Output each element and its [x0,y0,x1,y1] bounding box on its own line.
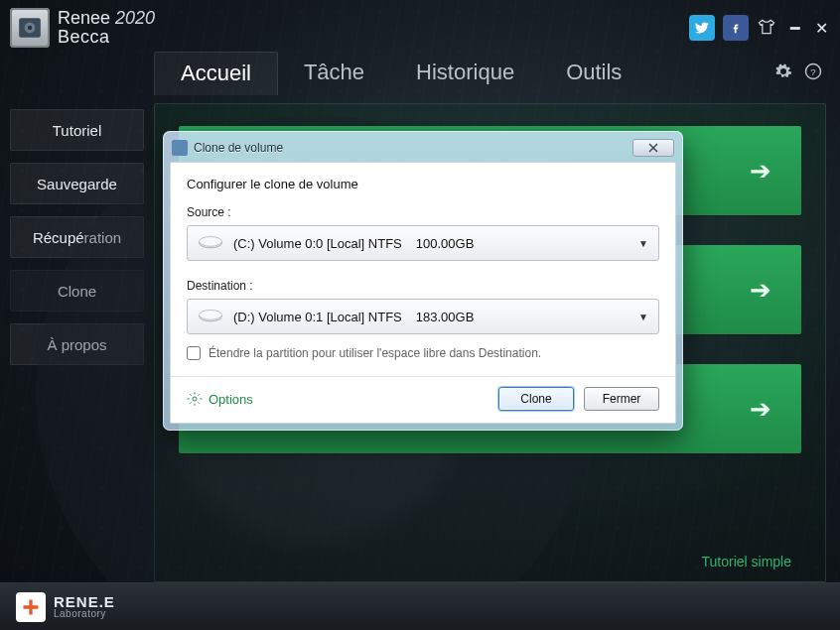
dest-dropdown[interactable]: (D:) Volume 0:1 [Local] NTFS 183.00GB ▼ [187,299,659,334]
brand-name: Renee [58,8,110,28]
dest-size: 183.00GB [416,310,475,324]
plus-icon [16,592,46,622]
extend-checkbox-row[interactable]: Étendre la partition pour utiliser l'esp… [187,346,659,360]
arrow-right-icon: ➔ [750,156,771,187]
brand-year: 2020 [115,8,155,28]
footer-sub: Laboratory [54,609,115,619]
chevron-down-icon: ▼ [638,312,648,322]
svg-point-8 [200,311,222,320]
app-brand: Renee 2020 Becca [58,9,155,47]
tab-outils[interactable]: Outils [540,52,647,95]
top-tabs: Accueil Tâche Historique Outils ? [0,52,840,95]
sidebar-item-tutoriel[interactable]: Tutoriel [10,109,144,151]
dest-label: Destination : [187,279,659,293]
divider [171,376,675,377]
extend-checkbox[interactable] [187,346,201,360]
minimize-button[interactable]: ━ [786,19,804,37]
title-bar: Renee 2020 Becca ━ ✕ [0,0,840,52]
svg-text:?: ? [810,66,816,77]
twitter-icon[interactable] [689,15,715,41]
options-link[interactable]: Options [187,391,253,407]
safe-icon [17,15,43,41]
tutorial-link[interactable]: Tutoriel simple [701,554,791,569]
app-logo [10,8,50,48]
help-icon[interactable]: ? [804,63,822,84]
svg-point-6 [200,237,222,247]
facebook-icon[interactable] [723,15,749,41]
fermer-button[interactable]: Fermer [584,387,659,411]
footer-brand: RENE.E [54,594,115,609]
clone-button[interactable]: Clone [498,387,574,411]
footer: RENE.E Laboratory [0,582,840,630]
gear-icon [187,391,203,407]
disk-icon [198,309,223,324]
tab-tache[interactable]: Tâche [278,52,390,95]
extend-label: Étendre la partition pour utiliser l'esp… [209,346,541,360]
settings-icon[interactable] [774,63,792,84]
svg-point-2 [28,26,32,30]
tab-accueil[interactable]: Accueil [154,52,278,95]
brand-sub: Becca [58,28,155,47]
arrow-right-icon: ➔ [750,394,771,425]
source-label: Source : [187,205,659,219]
source-size: 100.00GB [416,236,475,251]
dialog-subtitle: Configurer le clone de volume [187,177,659,191]
chevron-down-icon: ▼ [638,238,648,249]
source-dropdown[interactable]: (C:) Volume 0:0 [Local] NTFS 100.00GB ▼ [187,225,659,261]
clone-volume-dialog: Clone de volume Configurer le clone de v… [163,131,683,431]
close-button[interactable]: ✕ [812,19,830,37]
disk-icon [198,235,223,251]
dialog-close-button[interactable] [632,139,674,157]
footer-logo: RENE.E Laboratory [16,592,115,622]
source-value: (C:) Volume 0:0 [Local] NTFS [233,236,402,251]
svg-point-9 [193,397,197,401]
tshirt-icon[interactable] [757,17,778,39]
dialog-icon [172,140,188,156]
dest-value: (D:) Volume 0:1 [Local] NTFS [233,310,402,324]
arrow-right-icon: ➔ [750,275,771,306]
dialog-title: Clone de volume [194,141,283,155]
tab-historique[interactable]: Historique [390,52,540,95]
